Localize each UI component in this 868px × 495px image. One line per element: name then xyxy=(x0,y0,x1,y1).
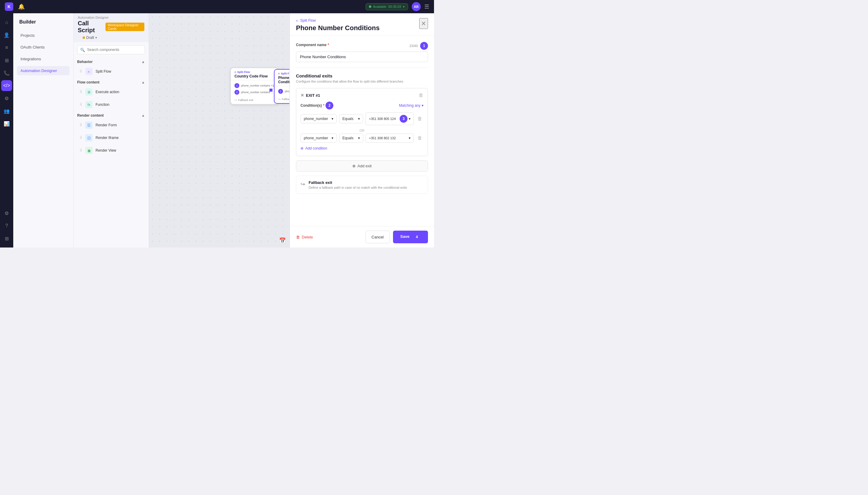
comp-render-form[interactable]: ⠿ ☰ Render Form xyxy=(76,119,146,131)
section-render-content[interactable]: Render content ▲ xyxy=(73,111,149,119)
conditional-exits-sub: Configure the conditions that allow the … xyxy=(296,80,428,83)
cancel-button[interactable]: Cancel xyxy=(365,231,390,243)
drag-handle-icon: ⠿ xyxy=(80,102,82,107)
save-button[interactable]: Save 4 xyxy=(393,231,428,243)
section-flow-content[interactable]: Flow content ▲ xyxy=(73,78,149,86)
nav-contacts-icon[interactable]: 👤 xyxy=(1,30,12,40)
flow-card-1[interactable]: ⟈ Split Flow Country Code Flow 1 phone_n… xyxy=(230,68,278,105)
exit-delete-button[interactable]: 🗑 xyxy=(419,92,423,98)
draft-chevron-icon[interactable]: ▾ xyxy=(95,36,97,40)
nav-code-icon[interactable]: </> xyxy=(1,80,12,91)
rp-type-row: ⟈ Split Flow xyxy=(296,18,379,23)
add-condition-button[interactable]: ⊕ Add condition xyxy=(300,145,423,152)
comp-render-view[interactable]: ⠿ ◉ Render View xyxy=(76,144,146,156)
available-label: Available xyxy=(373,5,386,8)
field-select-1[interactable]: phone_number ▾ xyxy=(300,114,337,123)
condition-delete-2[interactable]: 🗑 xyxy=(416,134,423,142)
plus-icon: ⊕ xyxy=(300,146,303,150)
comp-function[interactable]: ⠿ fx Function xyxy=(76,99,146,110)
collapse-icon[interactable]: ✕ xyxy=(300,93,304,98)
topbar: K 🔔 Available 00:35:03 ▾ AB ☰ xyxy=(0,0,434,13)
sidebar-item-oauth[interactable]: OAuth Clients xyxy=(17,42,70,52)
nav-activity-icon[interactable]: ≡ xyxy=(1,42,12,53)
nav-users-icon[interactable]: 👥 xyxy=(1,105,12,116)
main-layout: ⌂ 👤 ≡ ⊞ 📞 </> ⚙ 👥 📊 ⚙ ? ⊞ Builder Projec… xyxy=(0,13,434,248)
icon-nav: ⌂ 👤 ≡ ⊞ 📞 </> ⚙ 👥 📊 ⚙ ? ⊞ xyxy=(0,13,13,248)
flow-connector-dot xyxy=(270,89,273,92)
fallback-title: Fallback exit xyxy=(309,180,407,185)
search-input[interactable] xyxy=(77,45,145,54)
add-exit-button[interactable]: ⊕ Add exit xyxy=(296,160,428,172)
canvas[interactable]: ⟈ Split Flow Country Code Flow 1 phone_n… xyxy=(149,13,289,248)
notification-bell-icon[interactable]: 🔔 xyxy=(18,3,25,10)
card2-fallback: ↪ Fallback exit xyxy=(275,97,289,103)
conditional-exits-title: Conditional exits xyxy=(296,73,428,79)
nav-settings-icon[interactable]: ⚙ xyxy=(1,208,12,219)
nav-help-icon[interactable]: ? xyxy=(1,220,12,231)
char-count: 23/40 xyxy=(409,44,418,48)
sidebar-item-integrations[interactable]: Integrations xyxy=(17,54,70,64)
step-badge-4: 4 xyxy=(413,233,421,241)
execute-action-icon: ⊕ xyxy=(85,88,92,96)
section-behavior-toggle[interactable]: ▲ xyxy=(141,60,145,64)
step-badge-1: 1 xyxy=(420,42,428,50)
card2-header: ⟈ Split Flow Phone Number Conditions xyxy=(275,70,289,86)
operator-select-2[interactable]: Equals ▾ xyxy=(339,134,363,142)
draft-label: Draft xyxy=(86,36,94,40)
split-flow-label: Split Flow xyxy=(96,69,111,73)
sidebar-item-automation[interactable]: Automation Designer xyxy=(17,66,70,75)
value-select-1[interactable]: +351 308 805 124 3 ▾ xyxy=(366,113,414,125)
card1-exit-1: 1 phone_number contains +1 xyxy=(235,82,274,89)
nav-home-icon[interactable]: ⌂ xyxy=(1,17,12,28)
field-select-2[interactable]: phone_number ▾ xyxy=(300,134,337,142)
step-badge-3: 3 xyxy=(400,115,407,123)
hamburger-icon[interactable]: ☰ xyxy=(424,3,429,10)
render-iframe-label: Render Iframe xyxy=(96,136,119,140)
nav-apps-icon[interactable]: ⊞ xyxy=(1,233,12,244)
avatar[interactable]: AB xyxy=(412,2,421,11)
nav-phone-icon[interactable]: 📞 xyxy=(1,68,12,79)
section-render-toggle[interactable]: ▲ xyxy=(141,113,145,118)
comp-render-iframe[interactable]: ⠿ ⊡ Render Iframe xyxy=(76,132,146,144)
available-status[interactable]: Available 00:35:03 ▾ xyxy=(366,3,408,10)
close-button[interactable]: ✕ xyxy=(419,18,428,29)
topbar-left: K 🔔 xyxy=(5,2,25,11)
fallback-content: Fallback exit Define a fallback path in … xyxy=(309,180,407,189)
render-form-label: Render Form xyxy=(96,123,117,127)
comp-execute-action[interactable]: ⠿ ⊕ Execute action xyxy=(76,86,146,98)
topbar-right: Available 00:35:03 ▾ AB ☰ xyxy=(366,2,429,11)
section-flow-title: Flow content xyxy=(77,80,100,84)
condition-delete-1[interactable]: 🗑 xyxy=(416,115,423,123)
chevron-down-icon: ▾ xyxy=(422,103,423,108)
step-badge-2: 2 xyxy=(326,102,333,109)
section-behavior[interactable]: Behavior ▲ xyxy=(73,57,149,65)
nav-puzzle-icon[interactable]: ⚙ xyxy=(1,93,12,104)
value-select-2[interactable]: +351 308 802 132 ▾ xyxy=(366,134,414,142)
card2-body: 1 phone_number equals +351 308... xyxy=(275,86,289,97)
matching-dropdown[interactable]: Matching any ▾ xyxy=(399,103,423,108)
calendar-icon[interactable]: 📅 xyxy=(279,237,286,244)
section-flow-toggle[interactable]: ▲ xyxy=(141,80,145,84)
section-render-title: Render content xyxy=(77,113,104,118)
card2-title: Phone Number Conditions xyxy=(278,76,289,84)
app-logo[interactable]: K xyxy=(5,2,13,11)
search-box: 🔍 xyxy=(77,45,145,54)
card2-type: ⟈ Split Flow xyxy=(278,72,289,75)
rp-header-content: ⟈ Split Flow Phone Number Conditions xyxy=(296,18,379,32)
nav-grid-icon[interactable]: ⊞ xyxy=(1,55,12,66)
or-divider: OR xyxy=(300,127,423,134)
operator-select-1[interactable]: Equals ▾ xyxy=(339,114,363,123)
exit-num-2: 2 xyxy=(235,90,239,95)
component-name-label: Component name * xyxy=(296,43,329,47)
delete-button[interactable]: 🗑 Delete xyxy=(296,235,313,239)
rp-footer: 🗑 Delete Cancel Save 4 xyxy=(290,226,434,248)
card1-type: ⟈ Split Flow xyxy=(235,70,274,73)
conditions-label: Condition(s) * 2 xyxy=(300,102,333,109)
nav-analytics-icon[interactable]: 📊 xyxy=(1,118,12,129)
flow-card-2[interactable]: ⟈ Split Flow Phone Number Conditions 1 p… xyxy=(274,69,289,104)
render-view-icon: ◉ xyxy=(85,147,92,154)
component-name-input[interactable] xyxy=(296,52,428,62)
comp-split-flow[interactable]: ⠿ ⟈ Split Flow xyxy=(76,65,146,78)
sidebar-item-projects[interactable]: Projects xyxy=(17,31,70,40)
fallback-exit-card: ↪ Fallback exit Define a fallback path i… xyxy=(296,176,428,194)
